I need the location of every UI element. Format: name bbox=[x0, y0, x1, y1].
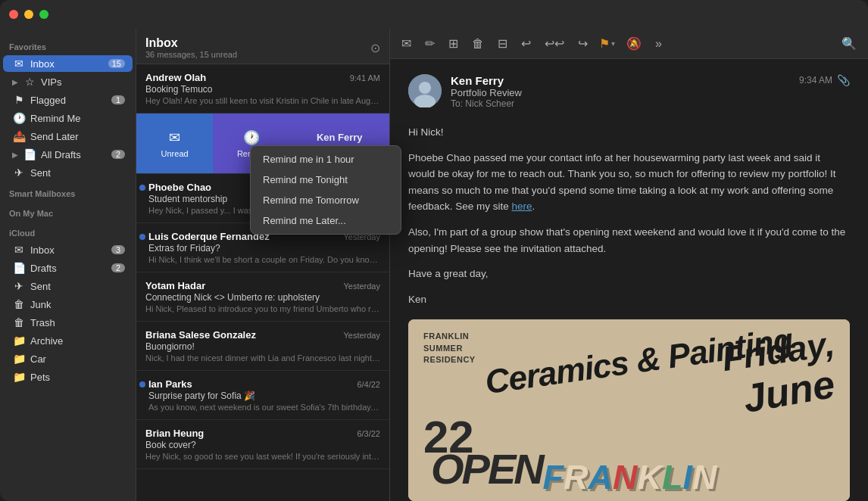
banner-open-text: OPEN bbox=[431, 444, 542, 493]
sidebar-item-label: Car bbox=[30, 353, 125, 365]
archive-toolbar-icon[interactable]: ⊞ bbox=[446, 34, 461, 53]
message-subject: Extras for Friday? bbox=[148, 243, 380, 254]
portfolio-link[interactable]: here bbox=[512, 201, 532, 212]
smart-mailboxes-label: Smart Mailboxes bbox=[0, 182, 136, 201]
email-closing: Have a great day, bbox=[408, 266, 850, 282]
reading-toolbar: ✉ ✏ ⊞ 🗑 ⊟ ↩ ↩↩ ↪ ⚑ ▾ 🔕 » 🔍 bbox=[390, 29, 868, 59]
remind-tomorrow-item[interactable]: Remind me Tomorrow bbox=[251, 190, 389, 210]
sidebar-item-pets[interactable]: 📁 Pets bbox=[3, 369, 133, 385]
letter-i: I bbox=[682, 458, 691, 497]
maximize-button[interactable] bbox=[39, 10, 48, 19]
more-icon[interactable]: » bbox=[653, 35, 664, 53]
compose-icon[interactable]: ✏ bbox=[423, 34, 437, 53]
message-subject: Buongiorno! bbox=[145, 341, 380, 352]
letter-f: F bbox=[542, 458, 562, 497]
message-list: Inbox 36 messages, 15 unread ⊙ Andrew Ol… bbox=[136, 29, 390, 501]
sidebar-item-label: Sent bbox=[30, 167, 125, 179]
to-label: To: bbox=[451, 98, 463, 109]
sidebar-item-flagged[interactable]: ⚑ Flagged 1 bbox=[3, 92, 133, 108]
sidebar-item-label: Inbox bbox=[30, 58, 104, 70]
car-icon: 📁 bbox=[12, 353, 26, 365]
sidebar-item-icloud-trash[interactable]: 🗑 Trash bbox=[3, 314, 133, 331]
message-preview: As you know, next weekend is our sweet S… bbox=[148, 403, 380, 412]
sidebar-item-label: Inbox bbox=[30, 244, 107, 256]
unread-indicator bbox=[139, 234, 145, 240]
remind-later-item[interactable]: Remind me Later... bbox=[251, 210, 389, 231]
sidebar-item-label: VIPs bbox=[41, 76, 125, 88]
email-greeting: Hi Nick! bbox=[408, 124, 850, 141]
inbox-badge: 15 bbox=[108, 59, 125, 68]
sidebar-item-label: Trash bbox=[30, 317, 125, 328]
alldrafts-badge: 2 bbox=[111, 150, 125, 159]
message-list-header: Inbox 36 messages, 15 unread ⊙ bbox=[136, 29, 389, 64]
swipe-unread-button[interactable]: ✉ Unread bbox=[136, 114, 213, 173]
message-sender: Yotam Hadar Yesterday bbox=[145, 280, 380, 291]
sidebar-item-icloud-inbox[interactable]: ✉ Inbox 3 bbox=[3, 241, 133, 258]
sidebar-item-icloud-archive[interactable]: 📁 Archive bbox=[3, 332, 133, 349]
inbox-subtitle: 36 messages, 15 unread bbox=[145, 50, 237, 59]
reply-icon[interactable]: ↩ bbox=[519, 34, 533, 53]
unread-indicator bbox=[139, 185, 145, 191]
message-subject: Surprise party for Sofia 🎉 bbox=[148, 391, 380, 401]
sidebar-item-icloud-junk[interactable]: 🗑 Junk bbox=[3, 296, 133, 313]
reply-all-icon[interactable]: ↩↩ bbox=[542, 34, 567, 53]
sidebar-item-send-later[interactable]: 📤 Send Later bbox=[3, 128, 133, 145]
vips-icon: ☆ bbox=[23, 76, 36, 88]
flag-dropdown-arrow[interactable]: ▾ bbox=[611, 39, 615, 48]
messages-container: Andrew Olah 9:41 AM Booking Temuco Hey O… bbox=[136, 64, 389, 501]
sidebar-item-inbox[interactable]: ✉ Inbox 15 bbox=[3, 55, 133, 72]
icloud-inbox-icon: ✉ bbox=[12, 244, 26, 256]
sidebar-item-icloud-drafts[interactable]: 📄 Drafts 2 bbox=[3, 260, 133, 276]
inbox-header-info: Inbox 36 messages, 15 unread bbox=[145, 36, 237, 59]
sidebar: Favorites ✉ Inbox 15 ▶ ☆ VIPs ⚑ Flagged … bbox=[0, 29, 136, 501]
new-message-icon[interactable]: ✉ bbox=[399, 34, 414, 53]
remind-swipe-icon: 🕐 bbox=[243, 129, 260, 146]
message-sender: Ian Parks 6/4/22 bbox=[148, 378, 380, 390]
flag-button[interactable]: ⚑ ▾ bbox=[599, 36, 615, 51]
sidebar-item-icloud-sent[interactable]: ✈ Sent bbox=[3, 278, 133, 294]
close-button[interactable] bbox=[9, 10, 18, 19]
filter-icon[interactable]: ⊙ bbox=[370, 41, 380, 55]
message-subject: Connecting Nick <> Umberto re: upholster… bbox=[145, 292, 380, 303]
flagged-icon: ⚑ bbox=[12, 94, 26, 106]
search-toolbar-icon[interactable]: 🔍 bbox=[839, 34, 859, 53]
sidebar-item-label: Sent bbox=[30, 281, 125, 292]
sidebar-item-label: Pets bbox=[30, 372, 125, 383]
ken-ferry-name: Ken Ferry bbox=[317, 132, 363, 143]
forward-icon[interactable]: ↪ bbox=[576, 34, 590, 53]
letter-k: K bbox=[637, 458, 660, 497]
move-toolbar-icon[interactable]: ⊟ bbox=[495, 34, 510, 53]
message-row-andrew[interactable]: Andrew Olah 9:41 AM Booking Temuco Hey O… bbox=[136, 64, 389, 114]
message-row-brian[interactable]: Brian Heung 6/3/22 Book cover? Hey Nick,… bbox=[136, 420, 389, 469]
sidebar-item-label: Remind Me bbox=[30, 113, 125, 124]
inbox-icon: ✉ bbox=[12, 58, 26, 70]
sidebar-item-label: All Drafts bbox=[41, 149, 107, 160]
vips-expand-icon: ▶ bbox=[12, 78, 18, 86]
sidebar-item-remind-me[interactable]: 🕐 Remind Me bbox=[3, 110, 133, 126]
icloud-trash-icon: 🗑 bbox=[12, 316, 26, 328]
remind-1hour-item[interactable]: Remind me in 1 hour bbox=[251, 149, 389, 170]
minimize-button[interactable] bbox=[24, 10, 33, 19]
reading-content: Ken Ferry Portfolio Review To: Nick Sche… bbox=[390, 59, 868, 501]
flag-icon: ⚑ bbox=[599, 36, 610, 51]
sidebar-item-car[interactable]: 📁 Car bbox=[3, 350, 133, 367]
mute-icon[interactable]: 🔕 bbox=[624, 34, 644, 53]
icloud-archive-icon: 📁 bbox=[12, 335, 26, 347]
message-row-yotam[interactable]: Yotam Hadar Yesterday Connecting Nick <>… bbox=[136, 272, 389, 322]
sidebar-item-label: Flagged bbox=[30, 95, 107, 106]
remind-tonight-item[interactable]: Remind me Tonight bbox=[251, 170, 389, 190]
message-row-briana[interactable]: Briana Salese Gonzalez Yesterday Buongio… bbox=[136, 322, 389, 371]
sidebar-item-all-drafts[interactable]: ▶ 📄 All Drafts 2 bbox=[3, 146, 133, 163]
favorites-label: Favorites bbox=[0, 35, 136, 54]
avatar bbox=[408, 74, 442, 107]
email-subject-line: Portfolio Review bbox=[451, 87, 790, 98]
sidebar-item-vips[interactable]: ▶ ☆ VIPs bbox=[3, 73, 133, 90]
sendlater-icon: 📤 bbox=[12, 130, 26, 142]
icloud-label: iCloud bbox=[0, 221, 136, 241]
icloud-inbox-badge: 3 bbox=[111, 245, 125, 254]
mail-window: Favorites ✉ Inbox 15 ▶ ☆ VIPs ⚑ Flagged … bbox=[0, 0, 868, 501]
onmymac-label: On My Mac bbox=[0, 201, 136, 221]
message-row-ian[interactable]: Ian Parks 6/4/22 Surprise party for Sofi… bbox=[136, 371, 389, 420]
trash-toolbar-icon[interactable]: 🗑 bbox=[470, 35, 486, 53]
sidebar-item-sent[interactable]: ✈ Sent bbox=[3, 164, 133, 181]
